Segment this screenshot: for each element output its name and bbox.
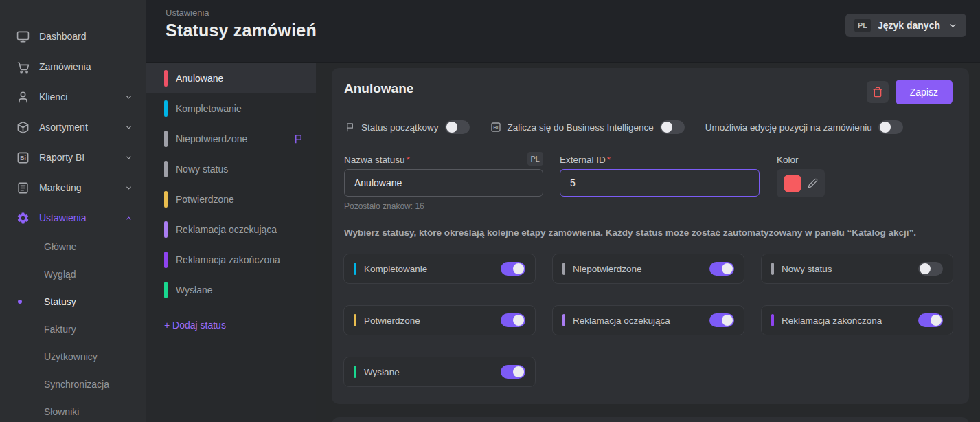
status-list-item-label: Potwierdzone: [176, 194, 234, 205]
page-header: Ustawienia Statusy zamówień PL Język dan…: [146, 0, 980, 63]
sidebar-subitem-statusy[interactable]: Statusy: [0, 288, 146, 315]
svg-text:Bi: Bi: [493, 124, 498, 131]
editor-area: Anulowane Zapisz Status początkowy Bi: [316, 63, 980, 422]
next-status-toggle[interactable]: [501, 313, 525, 327]
option-toggle-label: Zalicza się do Business Intelligence: [508, 122, 654, 133]
editor-title: Anulowane: [344, 81, 413, 96]
active-dot: [18, 300, 22, 304]
next-status-card-potwierdzone: Potwierdzone: [343, 305, 536, 335]
next-status-label: Reklamacja zakończona: [782, 315, 882, 326]
sidebar-item-dashboard[interactable]: Dashboard: [0, 21, 146, 52]
external-id-field-label: External ID*: [560, 153, 760, 166]
sidebar-subitem-uzytkownicy[interactable]: Użytkownicy: [0, 343, 146, 370]
option-toggle-label: Status początkowy: [361, 122, 439, 133]
status-list-item-label: Kompletowanie: [176, 103, 242, 114]
next-status-toggle[interactable]: [918, 262, 943, 276]
name-field-group: Nazwa statusu* PL Pozostało znaków: 16: [344, 153, 543, 211]
next-status-label: Reklamacja oczekująca: [573, 315, 670, 326]
status-list-item-reklamacja-oczekujaca[interactable]: Reklamacja oczekująca: [146, 214, 316, 245]
sidebar-subitem-wyglad[interactable]: Wygląd: [0, 260, 146, 288]
next-status-card-wyslane: Wysłane: [343, 357, 536, 387]
status-list-item-anulowane[interactable]: Anulowane: [146, 63, 316, 93]
bi-icon: Bi: [490, 122, 501, 133]
sidebar-subitem-glowne[interactable]: Główne: [0, 233, 146, 260]
status-color-marker: [164, 282, 168, 298]
cart-icon: [16, 60, 30, 74]
sidebar-subitem-slowniki[interactable]: Słowniki: [0, 398, 146, 422]
field-label-text: Nazwa statusu: [344, 155, 405, 165]
flag-icon: [345, 122, 355, 133]
color-picker-control[interactable]: [777, 169, 825, 197]
status-color-marker: [164, 191, 168, 208]
user-icon: [16, 91, 30, 104]
sidebar-item-ustawienia[interactable]: Ustawienia: [0, 203, 146, 233]
status-color-marker: [164, 161, 168, 177]
status-color-marker: [164, 100, 168, 117]
next-statuses-description: Wybierz statusy, które określają kolejne…: [344, 227, 916, 238]
delete-status-button[interactable]: [867, 81, 889, 103]
business-intelligence-toggle[interactable]: [660, 120, 685, 134]
external-id-input[interactable]: [560, 169, 760, 197]
gear-icon: [16, 212, 30, 225]
status-list-item-kompletowanie[interactable]: Kompletowanie: [146, 93, 316, 124]
status-color-marker: [164, 131, 168, 147]
monitor-icon: [16, 30, 30, 43]
main-sidebar: Dashboard Zamówienia Klienci Asortyment: [0, 0, 146, 422]
status-color-marker: [164, 221, 168, 238]
package-icon: [16, 121, 30, 134]
status-color-marker: [354, 314, 356, 326]
status-list-item-potwierdzone[interactable]: Potwierdzone: [146, 184, 316, 214]
status-name-input[interactable]: [344, 169, 543, 197]
next-status-toggle[interactable]: [709, 262, 734, 276]
sidebar-subitem-faktury[interactable]: Faktury: [0, 315, 146, 343]
status-list-item-nowy-status[interactable]: Nowy status: [146, 154, 316, 184]
next-status-toggle[interactable]: [501, 262, 525, 276]
editor-actions: Zapisz: [867, 80, 953, 104]
option-status-poczatkowy: Status początkowy: [345, 120, 470, 134]
language-selector-label: Język danych: [878, 20, 940, 31]
sidebar-item-raporty-bi[interactable]: Bi Raporty BI: [0, 142, 146, 173]
sidebar-item-marketing[interactable]: Marketing: [0, 173, 146, 203]
save-button[interactable]: Zapisz: [896, 80, 953, 104]
sidebar-item-label: Dashboard: [39, 31, 87, 42]
sidebar-subitem-label: Faktury: [44, 324, 76, 335]
chevron-down-icon: [125, 184, 133, 192]
sidebar-subitem-synchronizacja[interactable]: Synchronizacja: [0, 370, 146, 398]
status-color-marker: [562, 263, 565, 275]
chevron-up-icon: [125, 214, 133, 222]
next-section-card-edge: [332, 417, 969, 422]
sidebar-item-asortyment[interactable]: Asortyment: [0, 112, 146, 142]
language-selector[interactable]: PL Język danych: [845, 14, 966, 37]
status-list-item-reklamacja-zakonczona[interactable]: Reklamacja zakończona: [146, 245, 316, 275]
next-statuses-row: Wysłane: [343, 357, 953, 387]
next-status-card-reklamacja-zakonczona: Reklamacja zakończona: [761, 305, 953, 335]
next-status-toggle[interactable]: [709, 313, 734, 327]
sidebar-subitem-label: Wygląd: [44, 269, 76, 280]
status-poczatkowy-toggle[interactable]: [445, 120, 470, 134]
next-status-toggle[interactable]: [918, 313, 943, 327]
sidebar-subitem-label: Główne: [44, 241, 76, 252]
sidebar-item-klienci[interactable]: Klienci: [0, 82, 146, 112]
status-list-item-label: Anulowane: [176, 73, 223, 84]
status-list-item-label: Wysłane: [176, 285, 213, 296]
sidebar-item-zamowienia[interactable]: Zamówienia: [0, 52, 146, 82]
option-edycja-pozycji: Umożliwia edycję pozycji na zamówieniu: [705, 120, 903, 134]
edycja-pozycji-toggle[interactable]: [878, 120, 903, 134]
sidebar-subitem-label: Statusy: [44, 296, 76, 307]
main-nav: Dashboard Zamówienia Klienci Asortyment: [0, 0, 146, 422]
breadcrumb: Ustawienia: [166, 8, 209, 18]
sidebar-subitem-label: Synchronizacja: [44, 379, 109, 390]
chevron-down-icon: [948, 21, 957, 30]
next-status-label: Nowy status: [782, 264, 832, 274]
next-status-card-niepotwierdzone: Niepotwierdzone: [552, 254, 744, 284]
add-status-link[interactable]: + Dodaj status: [164, 320, 226, 331]
next-status-label: Kompletowanie: [364, 264, 427, 274]
next-status-card-reklamacja-oczekujaca: Reklamacja oczekująca: [552, 305, 744, 335]
next-status-toggle[interactable]: [501, 365, 525, 379]
trash-icon: [872, 87, 883, 98]
next-status-card-nowy-status: Nowy status: [761, 254, 953, 284]
chevron-down-icon: [125, 154, 133, 162]
field-label-text: Kolor: [777, 155, 799, 165]
status-list-item-wyslane[interactable]: Wysłane: [146, 275, 316, 305]
status-list-item-niepotwierdzone[interactable]: Niepotwierdzone: [146, 124, 316, 154]
